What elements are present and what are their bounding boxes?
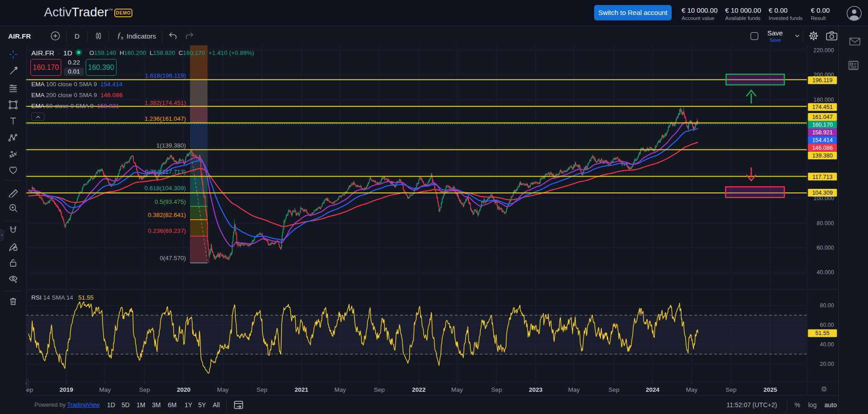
svg-text:2019: 2019 [59, 386, 73, 393]
svg-text:2023: 2023 [529, 386, 543, 393]
svg-text:2022: 2022 [412, 386, 425, 393]
svg-text:196.119: 196.119 [812, 77, 832, 84]
svg-text:1.382(174.451): 1.382(174.451) [144, 99, 186, 106]
svg-text:51.55: 51.55 [815, 330, 829, 336]
svg-text:117.713: 117.713 [812, 174, 832, 180]
svg-text:60.00: 60.00 [820, 322, 834, 328]
svg-text:Sep: Sep [374, 386, 385, 393]
svg-text:2024: 2024 [646, 386, 660, 393]
svg-text:Sep: Sep [139, 386, 150, 393]
svg-text:1.618(196.119): 1.618(196.119) [145, 72, 186, 79]
svg-text:146.086: 146.086 [812, 145, 833, 151]
svg-text:May: May [686, 386, 698, 393]
svg-text:104.309: 104.309 [812, 190, 833, 196]
svg-text:Sep: Sep [726, 386, 736, 393]
svg-text:180.000: 180.000 [814, 97, 834, 103]
svg-text:80.000: 80.000 [817, 220, 834, 227]
svg-text:0.618(104.309): 0.618(104.309) [144, 185, 186, 192]
svg-text:Sep: Sep [491, 386, 502, 393]
svg-text:40.00: 40.00 [820, 341, 834, 348]
svg-text:1(139.380): 1(139.380) [156, 142, 186, 149]
svg-text:May: May [451, 386, 463, 393]
svg-text:May: May [99, 386, 111, 393]
svg-text:Sep: Sep [609, 386, 619, 393]
svg-text:1.236(161.047): 1.236(161.047) [144, 115, 186, 122]
svg-text:220.000: 220.000 [814, 47, 834, 54]
svg-text:80.00: 80.00 [820, 302, 834, 309]
svg-text:0.236(69.237): 0.236(69.237) [148, 227, 186, 234]
svg-text:20.00: 20.00 [820, 361, 834, 367]
svg-text:60.000: 60.000 [817, 245, 834, 251]
svg-text:May: May [217, 386, 229, 393]
svg-text:158.921: 158.921 [812, 129, 833, 136]
svg-text:Sep: Sep [256, 386, 267, 393]
svg-text:2025: 2025 [763, 386, 777, 393]
svg-text:40.000: 40.000 [817, 269, 834, 276]
svg-text:May: May [568, 386, 580, 393]
svg-text:161.047: 161.047 [812, 114, 833, 120]
svg-text:2021: 2021 [295, 386, 309, 393]
svg-text:May: May [334, 386, 346, 393]
svg-text:174.451: 174.451 [812, 104, 833, 110]
svg-text:0(47.570): 0(47.570) [160, 255, 186, 261]
svg-text:160.170: 160.170 [812, 122, 833, 128]
svg-text:139.380: 139.380 [812, 153, 833, 159]
svg-text:0.382(82.641): 0.382(82.641) [148, 212, 186, 218]
svg-text:154.414: 154.414 [812, 137, 833, 143]
svg-text:0.5(93.475): 0.5(93.475) [155, 198, 186, 205]
svg-text:2020: 2020 [177, 386, 190, 393]
